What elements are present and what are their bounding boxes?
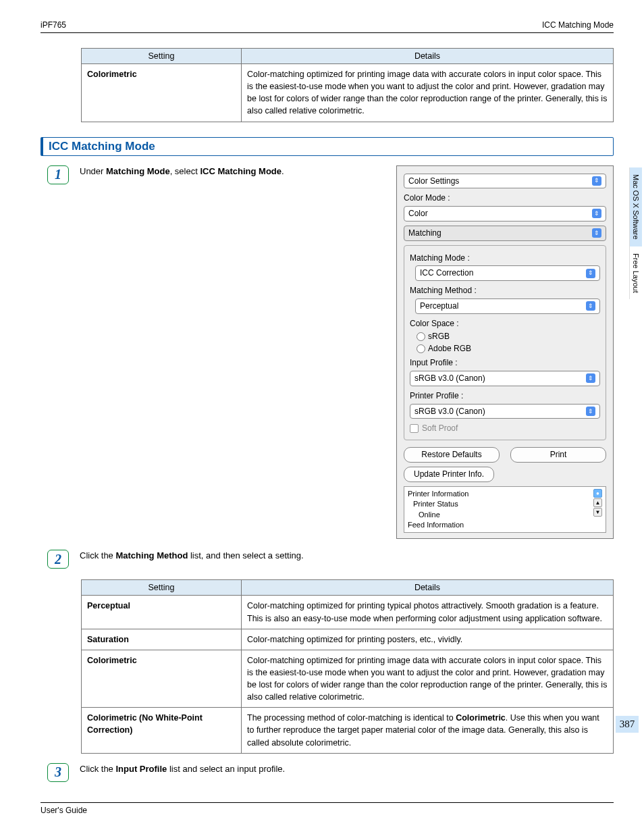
printer-profile-select[interactable]: sRGB v3.0 (Canon)⇕ — [410, 404, 600, 419]
color-mode-label: Color Mode : — [404, 192, 606, 204]
input-profile-label: Input Profile : — [410, 357, 600, 369]
arrow-up-icon[interactable]: ▲ — [593, 498, 602, 507]
table-row: Colorimetric (No White-Point Correction)… — [82, 708, 614, 753]
chevron-updown-icon: ⇕ — [586, 373, 595, 383]
cell-details: Color-matching optimized for printing po… — [242, 629, 614, 650]
matching-subpanel: Matching Mode : ICC Correction⇕ Matching… — [404, 245, 606, 441]
cell-setting: Perceptual — [82, 596, 242, 629]
cell-setting: Colorimetric — [82, 64, 242, 122]
matching-mode-label: Matching Mode : — [410, 253, 600, 264]
matching-method-table: Setting Details Perceptual Color-matchin… — [81, 579, 614, 753]
update-printer-info-button[interactable]: Update Printer Info. — [404, 467, 494, 482]
cell-details: Color-matching optimized for printing im… — [242, 650, 614, 708]
step-2-marker: 2 — [47, 550, 69, 569]
color-mode-select[interactable]: Color⇕ — [404, 206, 606, 221]
th-details: Details — [242, 580, 614, 596]
color-settings-dialog: Color Settings⇕ Color Mode : Color⇕ Matc… — [396, 165, 614, 540]
cell-setting: Colorimetric — [82, 650, 242, 708]
soft-proof-checkbox[interactable]: Soft Proof — [410, 423, 600, 434]
step-3-text: Click the Input Profile list and select … — [80, 763, 614, 775]
header-left: iPF765 — [41, 20, 66, 30]
section-heading: ICC Matching Mode — [41, 137, 614, 156]
printer-profile-label: Printer Profile : — [410, 390, 600, 402]
info-scrollbar[interactable]: ● ▲ ▼ — [593, 489, 602, 517]
cell-setting: Saturation — [82, 629, 242, 650]
panel-select[interactable]: Color Settings⇕ — [404, 174, 606, 189]
cell-details: Color-matching optimized for printing ty… — [242, 596, 614, 629]
chevron-updown-icon: ⇕ — [592, 228, 601, 238]
step-2-text: Click the Matching Method list, and then… — [80, 550, 614, 562]
th-details: Details — [242, 49, 614, 64]
th-setting: Setting — [82, 49, 242, 64]
header-right: ICC Matching Mode — [542, 20, 614, 30]
printer-info-box: Printer Information Printer Status Onlin… — [404, 486, 606, 533]
page-header: iPF765 ICC Matching Mode — [41, 20, 614, 33]
input-profile-select[interactable]: sRGB v3.0 (Canon)⇕ — [410, 371, 600, 386]
step-1-text: Under Matching Mode, select ICC Matching… — [80, 165, 284, 178]
step-1-marker: 1 — [47, 165, 69, 184]
cell-setting: Colorimetric (No White-Point Correction) — [82, 708, 242, 753]
table-row: Saturation Color-matching optimized for … — [82, 629, 614, 650]
matching-method-label: Matching Method : — [410, 285, 600, 296]
matching-method-select[interactable]: Perceptual⇕ — [415, 298, 600, 314]
matching-mode-select[interactable]: ICC Correction⇕ — [415, 265, 600, 281]
table-row: Perceptual Color-matching optimized for … — [82, 596, 614, 629]
cell-details: Color-matching optimized for printing im… — [242, 64, 614, 122]
print-button[interactable]: Print — [510, 447, 606, 463]
footer: User's Guide — [41, 802, 614, 815]
top-settings-table: Setting Details Colorimetric Color-match… — [81, 48, 614, 122]
chevron-updown-icon: ⇕ — [586, 301, 595, 311]
step-3-marker: 3 — [47, 763, 69, 782]
chevron-updown-icon: ⇕ — [586, 407, 595, 416]
chevron-updown-icon: ⇕ — [586, 269, 595, 278]
th-setting: Setting — [82, 580, 242, 596]
chevron-updown-icon: ⇕ — [592, 176, 601, 186]
chevron-updown-icon: ⇕ — [592, 209, 601, 218]
color-space-label: Color Space : — [410, 318, 600, 330]
cell-details: The processing method of color-matching … — [242, 708, 614, 753]
info-icon: ● — [593, 489, 602, 498]
table-row: Colorimetric Color-matching optimized fo… — [82, 64, 614, 122]
radio-adobergb[interactable]: Adobe RGB — [417, 343, 600, 355]
arrow-down-icon[interactable]: ▼ — [593, 508, 602, 517]
matching-tab-select[interactable]: Matching⇕ — [404, 226, 606, 241]
radio-srgb[interactable]: sRGB — [417, 331, 600, 342]
restore-defaults-button[interactable]: Restore Defaults — [404, 447, 500, 463]
table-row: Colorimetric Color-matching optimized fo… — [82, 650, 614, 708]
